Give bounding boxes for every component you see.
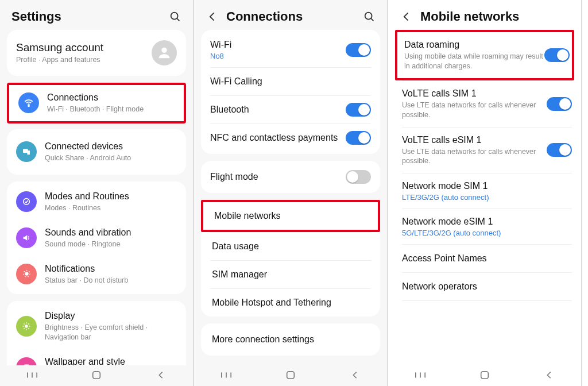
item-link: LTE/3G/2G (auto connect) [402, 193, 572, 202]
svg-line-15 [28, 329, 29, 329]
display-item[interactable]: Display Brightness · Eye comfort shield … [7, 303, 186, 349]
nav-back-icon[interactable] [153, 370, 169, 380]
wifi-icon [18, 92, 39, 113]
notifications-item[interactable]: Notifications Status bar · Do not distur… [7, 256, 186, 292]
nfc-row[interactable]: NFC and contactless payments [201, 124, 380, 152]
sim-manager-row[interactable]: SIM manager [201, 261, 380, 288]
item-sub: Modes · Routines [45, 203, 177, 213]
nav-home-icon[interactable] [477, 370, 493, 380]
item-title: Modes and Routines [45, 191, 177, 202]
nav-bar [0, 365, 193, 386]
page-title: Connections [226, 9, 363, 24]
item-title: More connection settings [212, 334, 314, 344]
wifi-toggle[interactable] [346, 43, 371, 57]
connected-devices-item[interactable]: Connected devices Quick Share · Android … [7, 134, 186, 170]
network-mode-sim1-row[interactable]: Network mode SIM 1 LTE/3G/2G (auto conne… [395, 173, 574, 209]
svg-rect-29 [287, 372, 295, 379]
connections-header: Connections [194, 0, 387, 30]
item-title: Data usage [212, 241, 259, 251]
search-icon[interactable] [169, 10, 181, 23]
svg-line-1 [177, 18, 179, 21]
nav-home-icon[interactable] [88, 370, 105, 380]
modes-item[interactable]: Modes and Routines Modes · Routines [7, 184, 186, 220]
wallpaper-item[interactable]: Wallpaper and style Wallpapers · Colour … [7, 349, 186, 365]
network-mode-esim1-row[interactable]: Network mode eSIM 1 5G/LTE/3G/2G (auto c… [395, 209, 574, 244]
devices-icon [16, 141, 37, 162]
data-usage-row[interactable]: Data usage [201, 233, 380, 260]
svg-point-3 [28, 106, 29, 107]
svg-point-2 [161, 48, 167, 53]
back-icon[interactable] [206, 11, 219, 22]
svg-point-24 [365, 13, 372, 20]
item-sub: Wi-Fi · Bluetooth · Flight mode [47, 105, 175, 114]
apn-row[interactable]: Access Point Names [395, 245, 574, 272]
svg-point-0 [171, 13, 178, 20]
account-card[interactable]: Samsung account Profile · Apps and featu… [7, 30, 186, 76]
avatar-icon [152, 40, 177, 65]
network-operators-row[interactable]: Network operators [395, 273, 574, 300]
item-title: Connected devices [45, 141, 177, 152]
svg-point-9 [25, 325, 28, 328]
item-title: NFC and contactless payments [210, 132, 346, 144]
item-sub: Using mobile data while roaming may resu… [404, 52, 544, 71]
settings-header: Settings [0, 0, 193, 30]
mobile-networks-content: Data roaming Using mobile data while roa… [388, 30, 581, 365]
item-title: Network operators [402, 281, 572, 292]
svg-line-25 [371, 18, 373, 21]
flight-mode-row[interactable]: Flight mode [201, 163, 380, 191]
item-link: 5G/LTE/3G/2G (auto connect) [402, 229, 572, 237]
wifi-calling-row[interactable]: Wi-Fi Calling [201, 68, 380, 95]
item-sub: Status bar · Do not disturb [45, 276, 177, 285]
nav-home-icon[interactable] [283, 370, 299, 380]
search-icon[interactable] [363, 10, 376, 23]
mobile-networks-pane: Mobile networks Data roaming Using mobil… [388, 0, 582, 386]
bluetooth-toggle[interactable] [346, 103, 371, 117]
wallpaper-icon [16, 357, 37, 365]
sounds-item[interactable]: Sounds and vibration Sound mode · Ringto… [7, 220, 186, 256]
item-title: Network mode eSIM 1 [402, 216, 572, 227]
item-title: VoLTE calls SIM 1 [402, 88, 547, 99]
routines-icon [16, 191, 37, 212]
volte-sim1-toggle[interactable] [547, 97, 572, 111]
nav-back-icon[interactable] [347, 370, 363, 380]
connections-pane: Connections Wi-Fi No8 Wi-Fi Calling Blue… [194, 0, 388, 386]
mobile-networks-header: Mobile networks [388, 0, 581, 30]
notifications-icon [16, 264, 37, 284]
volte-esim1-row[interactable]: VoLTE calls eSIM 1 Use LTE data networks… [395, 128, 574, 173]
item-sub: Sound mode · Ringtone [45, 240, 177, 249]
nav-recents-icon[interactable] [412, 370, 428, 380]
flight-mode-toggle[interactable] [346, 170, 371, 184]
volte-sim1-row[interactable]: VoLTE calls SIM 1 Use LTE data networks … [395, 81, 574, 127]
back-icon[interactable] [400, 11, 413, 22]
mobile-networks-row[interactable]: Mobile networks [201, 200, 380, 232]
hotspot-row[interactable]: Mobile Hotspot and Tethering [201, 289, 380, 316]
svg-rect-5 [27, 150, 30, 155]
wifi-label: Wi-Fi [210, 39, 346, 51]
item-title: Access Point Names [402, 253, 572, 264]
page-title: Settings [11, 9, 169, 24]
more-settings-row[interactable]: More connection settings [201, 326, 380, 353]
connections-item[interactable]: Connections Wi-Fi · Bluetooth · Flight m… [7, 83, 186, 123]
nav-back-icon[interactable] [541, 370, 557, 380]
settings-pane: Settings Samsung account Profile · Apps … [0, 0, 194, 386]
nfc-toggle[interactable] [346, 131, 371, 145]
bluetooth-row[interactable]: Bluetooth [201, 96, 380, 123]
display-icon [16, 316, 37, 337]
svg-rect-33 [481, 372, 489, 379]
item-title: Wallpaper and style [45, 356, 177, 365]
item-sub: Use LTE data networks for calls whenever… [402, 147, 547, 167]
nav-recents-icon[interactable] [218, 370, 234, 380]
wifi-row[interactable]: Wi-Fi No8 [201, 32, 380, 67]
nav-recents-icon[interactable] [24, 370, 40, 380]
svg-rect-18 [24, 365, 29, 365]
connections-content: Wi-Fi No8 Wi-Fi Calling Bluetooth NFC an… [194, 30, 387, 365]
item-title: Flight mode [210, 171, 346, 183]
data-roaming-toggle[interactable] [544, 48, 570, 62]
nav-bar [194, 365, 387, 386]
svg-line-14 [24, 324, 24, 325]
volte-esim1-toggle[interactable] [547, 143, 572, 157]
item-title: Wi-Fi Calling [210, 76, 371, 87]
data-roaming-row[interactable]: Data roaming Using mobile data while roa… [395, 30, 574, 80]
svg-rect-23 [93, 372, 100, 379]
item-title: Display [45, 310, 177, 322]
